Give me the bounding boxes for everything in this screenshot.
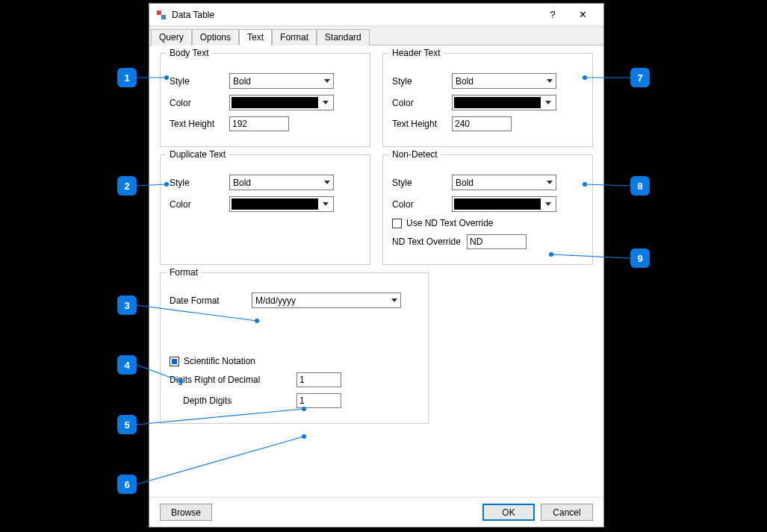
body-color-dropdown[interactable] — [229, 95, 334, 110]
tab-format[interactable]: Format — [272, 29, 317, 46]
date-format-label: Date Format — [170, 295, 252, 306]
nd-style-label: Style — [392, 178, 452, 188]
titlebar: Data Table ? ✕ — [149, 4, 603, 26]
header-style-value: Bold — [456, 76, 473, 87]
header-style-label: Style — [392, 76, 452, 87]
chevron-down-icon — [323, 202, 329, 206]
header-style-dropdown[interactable]: Bold — [452, 73, 556, 89]
ok-button[interactable]: OK — [482, 504, 535, 521]
use-nd-override-checkbox[interactable] — [392, 219, 402, 228]
close-button[interactable]: ✕ — [568, 4, 597, 25]
depth-digits-label: Depth Digits — [170, 395, 296, 406]
tab-strip: Query Options Text Format Standard — [149, 26, 603, 46]
callout-6: 6 — [117, 475, 137, 494]
header-height-input[interactable] — [452, 116, 512, 131]
nd-color-label: Color — [392, 199, 452, 210]
callout-8: 8 — [630, 176, 650, 195]
scientific-notation-checkbox[interactable] — [170, 357, 179, 366]
tab-standard[interactable]: Standard — [317, 29, 370, 46]
chevron-down-icon — [545, 101, 551, 104]
header-text-group: Header Text Style Bold Color T — [382, 53, 593, 147]
body-color-label: Color — [170, 98, 229, 108]
duplicate-style-value: Bold — [233, 178, 251, 188]
dialog-footer: Browse OK Cancel — [149, 497, 603, 527]
browse-button[interactable]: Browse — [160, 504, 212, 521]
duplicate-style-label: Style — [170, 178, 229, 188]
digits-decimal-label: Digits Right of Decimal — [170, 375, 296, 385]
duplicate-style-dropdown[interactable]: Bold — [229, 175, 334, 190]
color-swatch-icon — [454, 198, 541, 210]
header-text-legend: Header Text — [389, 48, 443, 58]
tab-content: Body Text Style Bold Color Tex — [149, 46, 603, 497]
tab-options[interactable]: Options — [192, 29, 239, 46]
header-color-label: Color — [392, 98, 452, 108]
nd-style-dropdown[interactable]: Bold — [452, 175, 556, 190]
color-swatch-icon — [232, 198, 318, 210]
chevron-down-icon — [547, 181, 553, 184]
date-format-value: M/dd/yyyy — [255, 295, 296, 306]
duplicate-text-legend: Duplicate Text — [167, 149, 229, 160]
chevron-down-icon — [545, 202, 551, 206]
cancel-button[interactable]: Cancel — [541, 504, 593, 521]
digits-decimal-input[interactable] — [296, 372, 341, 387]
nd-color-dropdown[interactable] — [452, 196, 556, 212]
duplicate-color-label: Color — [170, 199, 229, 210]
chevron-down-icon — [324, 79, 330, 83]
body-style-dropdown[interactable]: Bold — [229, 73, 334, 89]
date-format-dropdown[interactable]: M/dd/yyyy — [252, 292, 401, 308]
callout-5: 5 — [117, 415, 137, 434]
body-height-input[interactable] — [229, 116, 289, 131]
header-height-label: Text Height — [392, 119, 452, 129]
scientific-notation-label: Scientific Notation — [184, 356, 255, 366]
chevron-down-icon — [323, 101, 329, 104]
tab-query[interactable]: Query — [151, 29, 192, 46]
callout-9: 9 — [630, 248, 650, 268]
window-title: Data Table — [172, 10, 538, 20]
nd-style-value: Bold — [456, 178, 473, 188]
header-color-dropdown[interactable] — [452, 95, 556, 110]
format-legend: Format — [167, 267, 201, 278]
callout-4: 4 — [117, 355, 137, 375]
body-text-group: Body Text Style Bold Color Tex — [160, 53, 370, 147]
nd-override-label: ND Text Override — [392, 237, 467, 247]
non-detect-group: Non-Detect Style Bold Color — [382, 154, 593, 265]
non-detect-legend: Non-Detect — [389, 149, 441, 160]
body-style-value: Bold — [233, 76, 251, 87]
tab-text[interactable]: Text — [239, 29, 272, 46]
color-swatch-icon — [232, 97, 318, 108]
body-height-label: Text Height — [170, 119, 229, 129]
app-icon — [155, 9, 167, 21]
duplicate-color-dropdown[interactable] — [229, 196, 334, 212]
chevron-down-icon — [391, 298, 397, 302]
color-swatch-icon — [454, 97, 541, 108]
duplicate-text-group: Duplicate Text Style Bold Color — [160, 154, 370, 265]
chevron-down-icon — [547, 79, 553, 83]
callout-2: 2 — [117, 176, 137, 195]
use-nd-override-label: Use ND Text Override — [406, 218, 493, 228]
data-table-dialog: Data Table ? ✕ Query Options Text Format… — [149, 3, 604, 528]
depth-digits-input[interactable] — [296, 393, 341, 408]
help-button[interactable]: ? — [538, 4, 568, 25]
callout-1: 1 — [117, 68, 137, 87]
callout-7: 7 — [630, 68, 650, 87]
callout-3: 3 — [117, 295, 137, 315]
nd-override-input[interactable] — [467, 234, 527, 249]
chevron-down-icon — [324, 181, 330, 184]
body-style-label: Style — [170, 76, 229, 87]
body-text-legend: Body Text — [167, 48, 211, 58]
format-group: Format Date Format M/dd/yyyy Scientific … — [160, 272, 429, 424]
